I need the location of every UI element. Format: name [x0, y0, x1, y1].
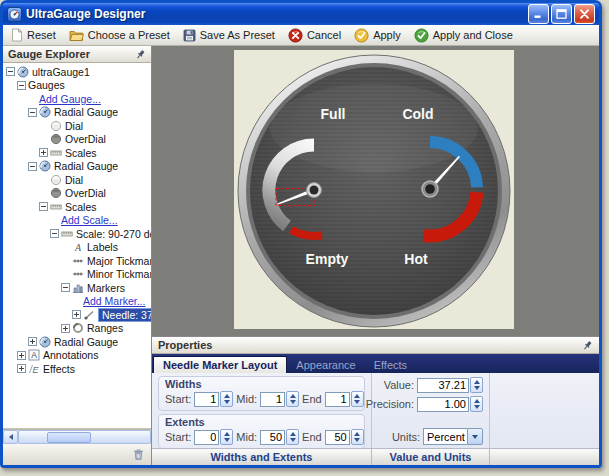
- maximize-button[interactable]: [551, 4, 572, 24]
- tab-appearance[interactable]: Appearance: [287, 357, 364, 373]
- page-icon: [10, 28, 23, 42]
- tree-item-scales[interactable]: Scales: [3, 146, 151, 160]
- widths-start-spinner[interactable]: [220, 391, 233, 407]
- value-label: Value:: [384, 379, 414, 391]
- ranges-icon: [72, 322, 84, 334]
- dropdown-button[interactable]: [467, 428, 483, 445]
- tree-item-radial-gauge[interactable]: Radial Gauge: [3, 335, 151, 349]
- collapse-icon[interactable]: [17, 81, 26, 90]
- tree-item-gauges[interactable]: Gauges: [3, 79, 151, 93]
- precision-input[interactable]: [417, 397, 469, 412]
- toolbar-button-reset[interactable]: Reset: [7, 27, 63, 43]
- collapse-icon[interactable]: [61, 283, 70, 292]
- extents-end-spinner[interactable]: [351, 429, 364, 445]
- tree-item-label: Markers: [87, 282, 125, 294]
- tree-item-dial[interactable]: Dial: [3, 173, 151, 187]
- collapse-icon[interactable]: [28, 162, 37, 171]
- widths-end-spinner[interactable]: [351, 391, 364, 407]
- tree-item-ultragauge1[interactable]: ultraGauge1: [3, 65, 151, 79]
- gauge-canvas[interactable]: Full Cold Empty Hot: [234, 50, 514, 329]
- ticks-icon: [72, 255, 84, 267]
- expand-icon[interactable]: [39, 148, 48, 157]
- title-bar[interactable]: UltraGauge Designer: [3, 3, 599, 25]
- tab-effects[interactable]: Effects: [365, 357, 416, 373]
- tree-item-scale-90-270-degr[interactable]: Scale: 90-270 degr: [3, 227, 151, 241]
- tree-item-labels[interactable]: ALabels: [3, 241, 151, 255]
- expand-icon[interactable]: [61, 324, 70, 333]
- extents-end-input[interactable]: [325, 430, 350, 445]
- extents-mid-input[interactable]: [260, 430, 285, 445]
- collapse-icon[interactable]: [28, 108, 37, 117]
- tree-item-label: Scales: [65, 201, 97, 213]
- expand-icon[interactable]: [17, 364, 26, 373]
- toolbar-button-cancel[interactable]: Cancel: [285, 27, 348, 44]
- scrollbar-thumb[interactable]: [47, 432, 91, 443]
- delete-node-button[interactable]: [132, 448, 145, 461]
- tree-item-radial-gauge[interactable]: Radial Gauge: [3, 160, 151, 174]
- extents-start-input[interactable]: [194, 430, 219, 445]
- circle-dark-icon: [50, 133, 62, 145]
- tree-item-scales[interactable]: Scales: [3, 200, 151, 214]
- gauge-icon: [39, 160, 51, 172]
- expand-icon[interactable]: [72, 310, 81, 319]
- widths-mid-input[interactable]: [260, 392, 285, 407]
- extents-start-spinner[interactable]: [220, 429, 233, 445]
- tree-item-overdial[interactable]: OverDial: [3, 187, 151, 201]
- toolbar-button-save-as-preset[interactable]: Save As Preset: [180, 28, 282, 43]
- tree-item-overdial[interactable]: OverDial: [3, 133, 151, 147]
- tree-item-minor-tickmar[interactable]: Minor Tickmar: [3, 268, 151, 282]
- precision-spinner[interactable]: [470, 396, 483, 412]
- extents-mid-spinner[interactable]: [286, 429, 299, 445]
- expand-icon[interactable]: [28, 337, 37, 346]
- footer-spacer: [490, 449, 599, 465]
- tree-item-annotations[interactable]: AAnnotations: [3, 349, 151, 363]
- pin-icon[interactable]: [582, 340, 593, 351]
- tree-horizontal-scrollbar[interactable]: [3, 429, 151, 444]
- widths-group-title: Widths: [165, 378, 358, 390]
- minimize-button[interactable]: [528, 4, 549, 24]
- widths-end-input[interactable]: [325, 392, 350, 407]
- value-input[interactable]: [417, 378, 469, 393]
- collapse-icon[interactable]: [6, 67, 15, 76]
- collapse-icon[interactable]: [50, 229, 59, 238]
- gauge-preview-area: Full Cold Empty Hot: [152, 46, 599, 336]
- properties-panel: Properties Needle Marker LayoutAppearanc…: [152, 336, 599, 465]
- apply-close-icon: [414, 28, 429, 43]
- precision-label: Precision:: [366, 398, 414, 410]
- toolbar-button-label: Choose a Preset: [88, 29, 170, 41]
- tree-item-radial-gauge[interactable]: Radial Gauge: [3, 106, 151, 120]
- tab-needle-marker-layout[interactable]: Needle Marker Layout: [153, 356, 287, 373]
- tree-item-markers[interactable]: Markers: [3, 281, 151, 295]
- tree-item-dial[interactable]: Dial: [3, 119, 151, 133]
- footer-value-units[interactable]: Value and Units: [372, 449, 490, 465]
- expand-icon[interactable]: [17, 351, 26, 360]
- pin-icon[interactable]: [135, 49, 146, 60]
- tree-item-label: Minor Tickmar: [87, 268, 151, 280]
- tree-item-effects[interactable]: EEffects: [3, 362, 151, 376]
- widths-mid-spinner[interactable]: [286, 391, 299, 407]
- tree-item-add-gauge[interactable]: Add Gauge...: [3, 92, 151, 106]
- tree-item-label: Dial: [65, 174, 83, 186]
- units-dropdown[interactable]: Percent: [423, 428, 483, 445]
- tree-item-add-marker[interactable]: Add Marker...: [3, 295, 151, 309]
- tree-item-major-tickmar[interactable]: Major Tickmar: [3, 254, 151, 268]
- toolbar-button-choose-a-preset[interactable]: Choose a Preset: [66, 28, 177, 43]
- scroll-left-button[interactable]: [3, 430, 18, 444]
- tree-item-add-scale[interactable]: Add Scale...: [3, 214, 151, 228]
- tree-item-label: Annotations: [43, 349, 98, 361]
- apply-icon: [354, 28, 369, 43]
- gauge-explorer-title: Gauge Explorer: [8, 48, 90, 60]
- toolbar-button-apply-and-close[interactable]: Apply and Close: [411, 27, 520, 44]
- tree-item-needle-37[interactable]: Needle: 37: [3, 308, 151, 322]
- widths-start-input[interactable]: [194, 392, 219, 407]
- collapse-icon[interactable]: [39, 202, 48, 211]
- fuel-hub-center: [310, 186, 319, 195]
- close-button[interactable]: [574, 4, 595, 24]
- toolbar-button-apply[interactable]: Apply: [351, 27, 408, 44]
- value-spinner[interactable]: [470, 377, 483, 393]
- tree-item-ranges[interactable]: Ranges: [3, 322, 151, 336]
- tree-item-label: Add Marker...: [83, 295, 145, 307]
- toolbar-button-label: Save As Preset: [200, 29, 275, 41]
- gauge-explorer-tree: ultraGauge1GaugesAdd Gauge...Radial Gaug…: [3, 63, 151, 429]
- footer-widths-extents[interactable]: Widths and Extents: [152, 449, 372, 465]
